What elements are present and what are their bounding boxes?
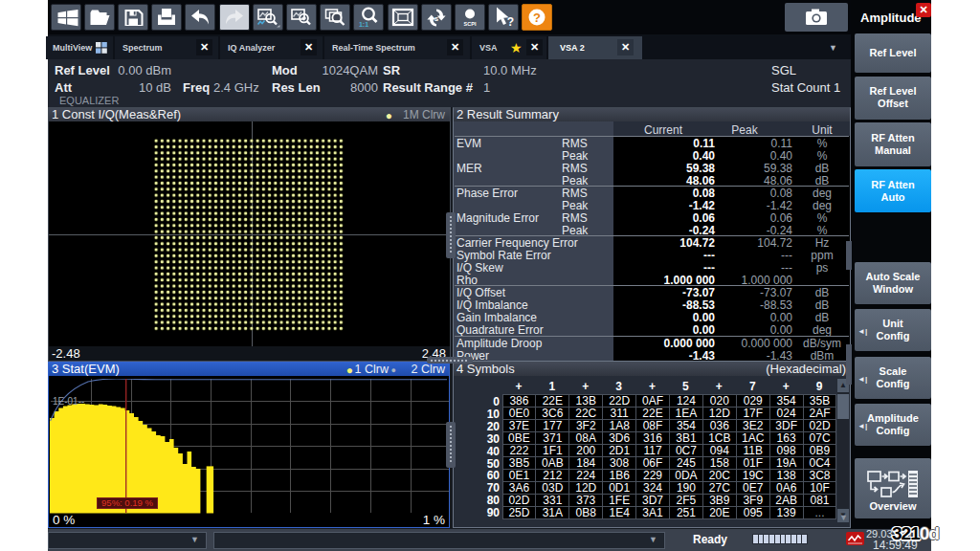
svg-text:s: s: [434, 14, 438, 23]
svg-text:1:1: 1:1: [359, 21, 368, 28]
svg-text:?: ?: [507, 15, 514, 29]
svg-text:SCPI: SCPI: [463, 21, 476, 27]
svg-text:?: ?: [533, 11, 541, 25]
